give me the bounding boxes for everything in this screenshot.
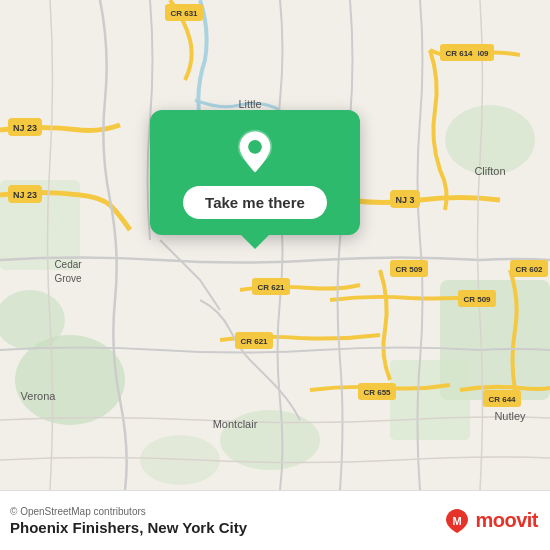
svg-text:Clifton: Clifton xyxy=(474,165,505,177)
svg-text:CR 621: CR 621 xyxy=(257,283,285,292)
svg-text:Montclair: Montclair xyxy=(213,418,258,430)
svg-text:CR 655: CR 655 xyxy=(363,388,391,397)
svg-text:M: M xyxy=(453,515,462,527)
svg-text:Nutley: Nutley xyxy=(494,410,526,422)
svg-text:Grove: Grove xyxy=(54,273,82,284)
map-view[interactable]: NJ 23 NJ 23 NJ 3 CR 631 CR 509 CR 509 CR… xyxy=(0,0,550,490)
svg-text:NJ 23: NJ 23 xyxy=(13,190,37,200)
svg-text:NJ 3: NJ 3 xyxy=(395,195,414,205)
svg-text:CR 602: CR 602 xyxy=(515,265,543,274)
svg-text:CR 614: CR 614 xyxy=(445,49,473,58)
location-popup: Take me there xyxy=(150,110,360,235)
svg-text:NJ 23: NJ 23 xyxy=(13,123,37,133)
svg-text:CR 644: CR 644 xyxy=(488,395,516,404)
svg-rect-4 xyxy=(390,360,470,440)
take-me-there-button[interactable]: Take me there xyxy=(183,186,327,219)
svg-text:CR 509: CR 509 xyxy=(463,295,491,304)
map-svg: NJ 23 NJ 23 NJ 3 CR 631 CR 509 CR 509 CR… xyxy=(0,0,550,490)
svg-text:Little: Little xyxy=(238,98,261,110)
svg-text:Verona: Verona xyxy=(21,390,57,402)
moovit-logo-icon: M xyxy=(443,507,471,535)
svg-text:CR 509: CR 509 xyxy=(395,265,423,274)
bottom-bar: © OpenStreetMap contributors Phoenix Fin… xyxy=(0,490,550,550)
bottom-left-info: © OpenStreetMap contributors Phoenix Fin… xyxy=(10,506,247,536)
osm-attribution: © OpenStreetMap contributors xyxy=(10,506,247,517)
svg-text:CR 631: CR 631 xyxy=(170,9,198,18)
moovit-logo: M moovit xyxy=(443,507,538,535)
svg-text:CR 621: CR 621 xyxy=(240,337,268,346)
place-name-label: Phoenix Finishers, New York City xyxy=(10,519,247,536)
moovit-brand-text: moovit xyxy=(475,509,538,532)
location-pin-icon xyxy=(231,128,279,176)
svg-point-45 xyxy=(248,140,262,154)
svg-text:Cedar: Cedar xyxy=(54,259,82,270)
